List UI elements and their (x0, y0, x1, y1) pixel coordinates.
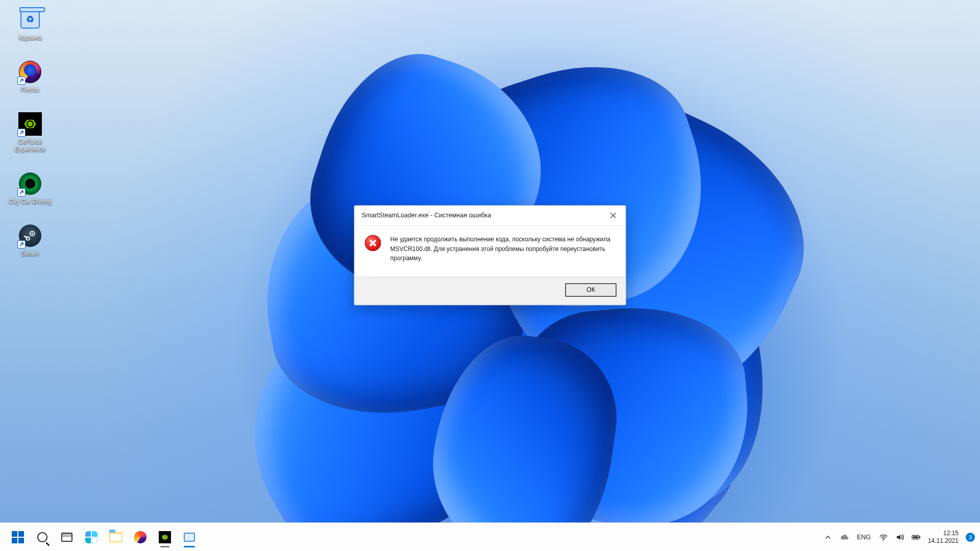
taskbar-pinned-apps (7, 523, 201, 551)
desktop-icon-city-car-driving[interactable]: City Car Driving (7, 169, 53, 210)
geforce-taskbar-button[interactable] (154, 526, 176, 548)
widgets-button[interactable] (80, 526, 103, 548)
taskbar-clock[interactable]: 12:15 14.11.2021 (928, 530, 959, 545)
onedrive-tray-button[interactable] (840, 533, 849, 542)
volume-tray-button[interactable] (895, 533, 904, 542)
dialog-message: Не удается продолжить выполнение кода, п… (390, 235, 614, 263)
widgets-icon (85, 531, 97, 543)
svg-rect-6 (913, 536, 918, 538)
firefox-taskbar-button[interactable] (129, 526, 152, 548)
dialog-ok-button[interactable]: ОК (566, 283, 617, 296)
folder-icon (109, 532, 122, 542)
recycle-bin-icon: ♻ (20, 11, 40, 29)
windows-logo-icon (12, 531, 24, 543)
notifications-count: 3 (969, 534, 972, 540)
svg-rect-5 (919, 536, 920, 538)
start-button[interactable] (7, 526, 29, 548)
clock-date: 14.11.2021 (928, 537, 959, 545)
desktop-icon-label: Steam (21, 250, 39, 258)
battery-icon (912, 534, 921, 541)
desktop-icon-geforce-experience[interactable]: GeForce Experience (7, 109, 53, 158)
file-explorer-button[interactable] (105, 526, 127, 548)
nvidia-icon (159, 531, 171, 543)
shortcut-arrow-icon (17, 129, 26, 137)
desktop-icon-label: Корзина (18, 34, 42, 42)
desktop-icon-label: City Car Driving (9, 198, 52, 206)
chevron-up-icon (824, 534, 831, 541)
task-view-button[interactable] (56, 526, 78, 548)
svg-point-3 (883, 540, 884, 541)
taskbar: ENG 12:15 14.11.2021 3 (0, 522, 980, 551)
error-icon (365, 235, 381, 251)
dialog-body: Не удается продолжить выполнение кода, п… (355, 225, 626, 277)
search-icon (37, 532, 47, 542)
desktop-icon-label: GeForce Experience (8, 138, 53, 154)
shortcut-arrow-icon (17, 240, 26, 248)
dialog-close-button[interactable] (602, 208, 625, 223)
clock-time: 12:15 (928, 530, 959, 537)
desktop-icon-label: Firefox (21, 86, 40, 94)
desktop-icons: ♻ Корзина Firefox GeForce Exper (7, 5, 58, 273)
notifications-button[interactable]: 3 (966, 533, 975, 542)
dialog-titlebar[interactable]: SmartSteamLoader.exe - Системная ошибка (355, 206, 626, 225)
window-icon (184, 533, 195, 542)
shortcut-arrow-icon (17, 188, 26, 196)
svg-point-1 (31, 233, 33, 235)
wifi-tray-button[interactable] (879, 533, 888, 542)
firefox-icon (134, 531, 146, 543)
speaker-icon (895, 533, 904, 542)
close-icon (610, 212, 617, 218)
shortcut-arrow-icon (17, 77, 26, 85)
cloud-icon (840, 534, 849, 541)
task-view-icon (61, 533, 72, 542)
running-app-button[interactable] (178, 526, 201, 548)
desktop-icon-steam[interactable]: Steam (7, 221, 53, 262)
tray-overflow-button[interactable] (823, 533, 832, 542)
dialog-footer: ОК (355, 277, 626, 305)
battery-tray-button[interactable] (912, 533, 921, 542)
error-dialog: SmartSteamLoader.exe - Системная ошибка … (354, 205, 626, 305)
desktop[interactable]: ♻ Корзина Firefox GeForce Exper (0, 0, 980, 522)
system-tray: ENG 12:15 14.11.2021 3 (823, 523, 975, 551)
dialog-title-text: SmartSteamLoader.exe - Системная ошибка (362, 212, 492, 219)
language-indicator[interactable]: ENG (856, 532, 872, 543)
desktop-icon-firefox[interactable]: Firefox (7, 57, 53, 98)
desktop-icon-recycle-bin[interactable]: ♻ Корзина (7, 5, 53, 46)
search-button[interactable] (31, 526, 54, 548)
wifi-icon (879, 533, 888, 542)
